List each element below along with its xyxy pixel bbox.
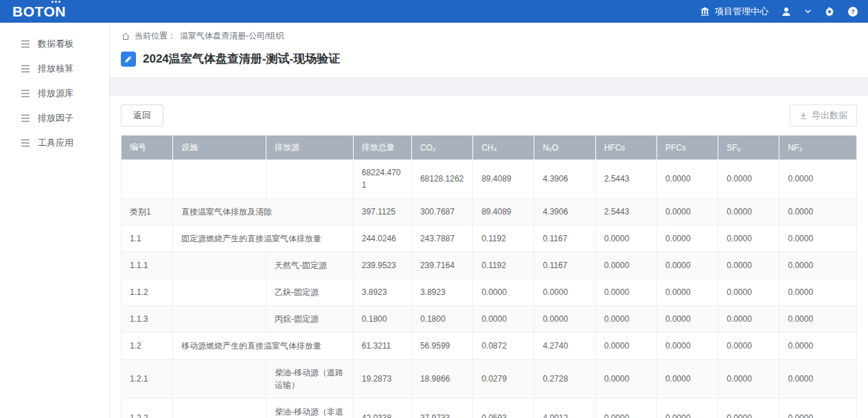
cell-value-6: 0.0000 [718, 306, 779, 333]
sidebar: 数据看板排放核算排放源库排放因子工具应用 [0, 23, 110, 418]
title-row: 2024温室气体盘查清册-测试-现场验证 [121, 51, 857, 67]
cell-value-6: 0.0000 [718, 399, 779, 418]
menu-list-icon [21, 114, 30, 122]
cell-value-5: 0.0000 [656, 252, 718, 279]
breadcrumb-prefix: 当前位置： [135, 30, 176, 42]
menu-list-icon [21, 139, 30, 147]
sidebar-item-1[interactable]: 排放核算 [0, 56, 109, 81]
cell-value-2: 0.0872 [473, 333, 534, 360]
column-header-2: 排放源 [266, 135, 353, 160]
cell-value-2: 0.0000 [473, 306, 534, 333]
app-logo: BOTON [12, 3, 66, 20]
cell-value-0: 42.0338 [353, 399, 411, 418]
cell-value-4: 0.0000 [595, 333, 656, 360]
column-header-10: NF₃ [779, 135, 857, 160]
user-avatar-icon[interactable] [781, 6, 792, 17]
cell-value-0: 397.1125 [353, 199, 411, 226]
cell-number: 1.1.3 [122, 306, 173, 333]
cell-value-2: 89.4089 [473, 160, 534, 199]
cell-value-5: 0.0000 [656, 360, 718, 399]
cell-value-6: 0.0000 [718, 252, 779, 279]
cell-value-5: 0.0000 [656, 306, 718, 333]
app-window: BOTON 项目管理中心 ? 数据看板排 [0, 0, 868, 418]
home-icon [121, 32, 130, 41]
cell-value-1: 68128.1262 [411, 160, 472, 199]
cell-value-6: 0.0000 [718, 360, 779, 399]
cell-value-5: 0.0000 [656, 333, 718, 360]
cell-value-3: 4.3906 [534, 160, 595, 199]
cell-value-5: 0.0000 [656, 279, 718, 306]
cell-value-0: 68224.4701 [353, 160, 411, 199]
cell-value-1: 239.7164 [411, 252, 472, 279]
cell-value-7: 0.0000 [779, 306, 857, 333]
table-row: 1.1.3丙烷-固定源0.18000.18000.00000.00000.000… [122, 306, 857, 333]
back-button[interactable]: 返回 [121, 104, 163, 126]
cell-value-3: 0.1167 [534, 252, 595, 279]
sidebar-item-3[interactable]: 排放因子 [0, 106, 109, 131]
settings-gear-icon[interactable] [824, 6, 835, 17]
cell-facility [173, 252, 266, 279]
main-content: 当前位置： 温室气体盘查清册-公司/组织 2024温室气体盘查清册-测试-现场验… [110, 23, 868, 418]
sidebar-item-0[interactable]: 数据看板 [0, 32, 109, 56]
cell-value-4: 0.0000 [595, 360, 656, 399]
building-icon [700, 6, 710, 16]
cell-value-7: 0.0000 [779, 252, 857, 279]
sidebar-item-label: 数据看板 [38, 38, 73, 50]
column-header-4: CO₂ [411, 135, 472, 160]
cell-value-7: 0.0000 [779, 199, 857, 226]
table-body: 68224.470168128.126289.40894.39062.54430… [122, 160, 857, 418]
table-row: 68224.470168128.126289.40894.39062.54430… [122, 160, 857, 199]
project-center-button[interactable]: 项目管理中心 [700, 6, 768, 18]
table-row: 1.1.1天然气-固定源239.9523239.71640.11920.1167… [122, 252, 857, 279]
cell-value-6: 0.0000 [718, 226, 779, 252]
cell-facility [173, 279, 266, 306]
cell-value-3: 0.0000 [534, 306, 595, 333]
cell-value-1: 56.9599 [411, 333, 472, 360]
cell-value-4: 0.0000 [595, 399, 656, 418]
table-row: 1.1固定源燃烧产生的直接温室气体排放量244.0246243.78870.11… [122, 226, 857, 252]
cell-value-4: 0.0000 [595, 279, 656, 306]
page-header-card: 当前位置： 温室气体盘查清册-公司/组织 2024温室气体盘查清册-测试-现场验… [110, 23, 868, 77]
cell-value-2: 0.0279 [473, 360, 534, 399]
cell-value-5: 0.0000 [656, 160, 718, 199]
cell-value-3: 4.3906 [534, 199, 595, 226]
sidebar-item-4[interactable]: 工具应用 [0, 131, 109, 155]
cell-value-5: 0.0000 [656, 399, 718, 418]
column-header-1: 设施 [173, 135, 266, 160]
help-icon[interactable]: ? [847, 6, 858, 17]
sidebar-item-2[interactable]: 排放源库 [0, 81, 109, 106]
export-data-button[interactable]: 导出数据 [790, 104, 857, 126]
cell-facility [173, 360, 266, 399]
table-header: 编号设施排放源排放总量CO₂CH₄N₂OHFCsPFCsSF₆NF₃ [122, 135, 857, 160]
cell-emission-source: 柴油-移动源（非道路运输） [266, 399, 353, 418]
app-logo-text: BOTON [12, 3, 66, 19]
breadcrumb-path[interactable]: 温室气体盘查清册-公司/组织 [180, 30, 284, 42]
chevron-down-icon[interactable] [804, 8, 812, 15]
cell-facility: 直接温室气体排放及清除 [173, 199, 354, 226]
cell-value-6: 0.0000 [718, 199, 779, 226]
cell-facility: 移动源燃烧产生的直接温室气体排放量 [173, 333, 354, 360]
cell-value-3: 4.2740 [534, 333, 595, 360]
topbar: BOTON 项目管理中心 ? [0, 0, 868, 23]
download-icon [799, 111, 808, 120]
cell-value-1: 18.9866 [411, 360, 472, 399]
column-header-3: 排放总量 [353, 135, 411, 160]
cell-value-7: 0.0000 [779, 333, 857, 360]
cell-value-7: 0.0000 [779, 226, 857, 252]
cell-emission-source: 乙炔-固定源 [266, 279, 353, 306]
column-header-6: N₂O [534, 135, 595, 160]
column-header-7: HFCs [595, 135, 656, 160]
cell-value-1: 37.9733 [411, 399, 472, 418]
svg-text:?: ? [851, 8, 855, 15]
cell-value-0: 0.1800 [353, 306, 411, 333]
cell-value-7: 0.0000 [779, 160, 857, 199]
cell-emission-source: 柴油-移动源（道路运输） [266, 360, 353, 399]
cell-facility [173, 399, 266, 418]
sidebar-item-label: 排放因子 [38, 112, 73, 124]
cell-value-7: 0.0000 [779, 399, 857, 418]
menu-list-icon [21, 40, 30, 48]
cell-value-4: 0.0000 [595, 226, 656, 252]
cell-value-0: 239.9523 [353, 252, 411, 279]
topbar-actions: 项目管理中心 ? [700, 6, 858, 18]
cell-value-4: 2.5443 [595, 199, 656, 226]
